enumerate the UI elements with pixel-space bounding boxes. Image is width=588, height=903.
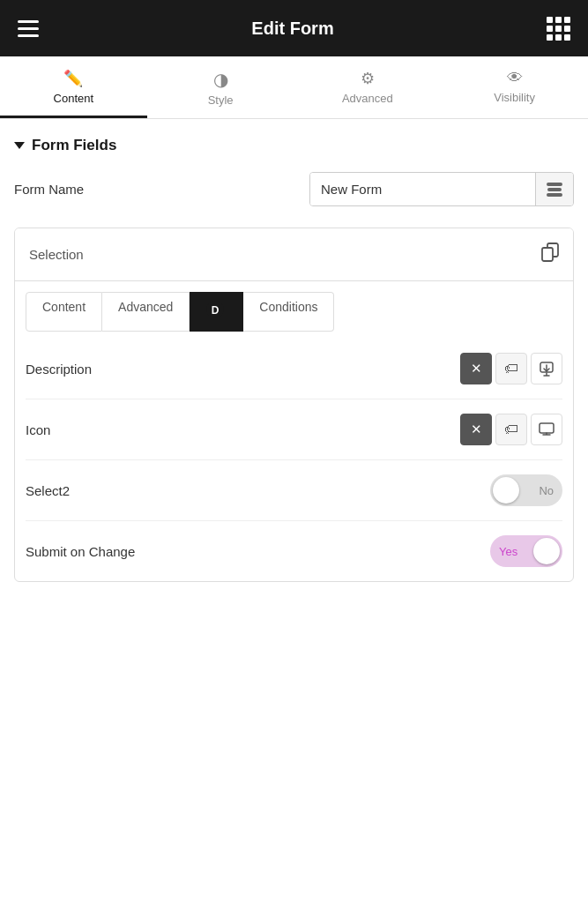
half-circle-icon: ◑ (213, 69, 228, 90)
page-title: Edit Form (251, 19, 333, 39)
tab-advanced[interactable]: ⚙ Advanced (294, 56, 442, 118)
field-row-icon: Icon ✕ 🏷 (26, 399, 562, 460)
tab-style-label: Style (208, 93, 234, 107)
icon-screen-button[interactable] (531, 414, 562, 445)
tab-visibility[interactable]: 👁 Visibility (441, 56, 588, 118)
main-tabs: ✏️ Content ◑ Style ⚙ Advanced 👁 Visibili… (0, 56, 588, 119)
sub-tab-content[interactable]: Content (26, 292, 102, 332)
form-name-input-wrap (309, 172, 574, 206)
field-label-icon: Icon (26, 422, 50, 437)
sub-tab-conditions[interactable]: Conditions (243, 292, 334, 332)
header: Edit Form (0, 0, 588, 56)
sub-tab-advanced[interactable]: Advanced (102, 292, 190, 332)
icon-close-button[interactable]: ✕ (460, 414, 492, 445)
field-label-submit-on-change: Submit on Change (26, 544, 135, 559)
form-name-db-button[interactable] (535, 173, 573, 205)
toggle-knob-submit (533, 538, 560, 564)
toggle-knob-select2 (493, 477, 519, 504)
description-tag-button[interactable]: 🏷 (495, 353, 527, 384)
section-title: Form Fields (32, 137, 116, 154)
description-import-button[interactable] (531, 353, 562, 384)
selection-label: Selection (29, 247, 84, 262)
grid-menu-icon[interactable] (547, 17, 570, 41)
tab-visibility-label: Visibility (494, 91, 535, 104)
import-icon (539, 361, 555, 377)
select2-toggle[interactable]: No (490, 474, 562, 506)
submit-on-change-toggle-value: Yes (499, 545, 517, 558)
field-label-description: Description (26, 362, 92, 377)
section-collapse-arrow[interactable] (14, 142, 25, 149)
dynamic-icon: D (205, 300, 225, 324)
tab-advanced-label: Advanced (342, 92, 393, 105)
description-close-button[interactable]: ✕ (460, 353, 492, 384)
tag-icon-2: 🏷 (504, 422, 518, 437)
svg-rect-1 (542, 248, 553, 261)
pencil-icon: ✏️ (63, 69, 83, 88)
form-name-label: Form Name (14, 182, 84, 197)
field-label-select2: Select2 (26, 483, 70, 498)
selection-header: Selection (15, 228, 573, 281)
svg-rect-5 (540, 423, 554, 433)
tab-content[interactable]: ✏️ Content (0, 56, 147, 118)
field-row-select2: Select2 No (26, 460, 562, 521)
field-row-description: Description ✕ 🏷 (26, 339, 562, 399)
submit-on-change-toggle[interactable]: Yes (490, 535, 562, 567)
form-name-row: Form Name (14, 172, 574, 206)
field-row-submit-on-change: Submit on Change Yes (26, 521, 562, 581)
section-header: Form Fields (14, 137, 574, 154)
main-content: Form Fields Form Name Selection (0, 119, 588, 600)
screen-icon (539, 422, 555, 437)
sub-tabs: Content Advanced D Conditions (15, 281, 573, 332)
tab-style[interactable]: ◑ Style (147, 56, 294, 118)
gear-icon: ⚙ (361, 69, 375, 88)
field-rows: Description ✕ 🏷 (15, 339, 573, 581)
tab-content-label: Content (54, 92, 94, 105)
hamburger-menu-icon[interactable] (18, 20, 39, 37)
eye-icon: 👁 (507, 69, 523, 87)
database-icon (547, 183, 562, 197)
field-actions-icon: ✕ 🏷 (460, 414, 562, 445)
selection-card: Selection Content Advanced D (14, 228, 574, 582)
form-name-input[interactable] (310, 173, 535, 205)
icon-tag-button[interactable]: 🏷 (495, 414, 527, 445)
copy-icon[interactable] (541, 243, 559, 266)
svg-text:D: D (212, 304, 220, 317)
sub-tab-d[interactable]: D (190, 292, 243, 332)
field-actions-description: ✕ 🏷 (460, 353, 562, 384)
select2-toggle-value: No (539, 484, 554, 497)
tag-icon: 🏷 (504, 361, 518, 377)
